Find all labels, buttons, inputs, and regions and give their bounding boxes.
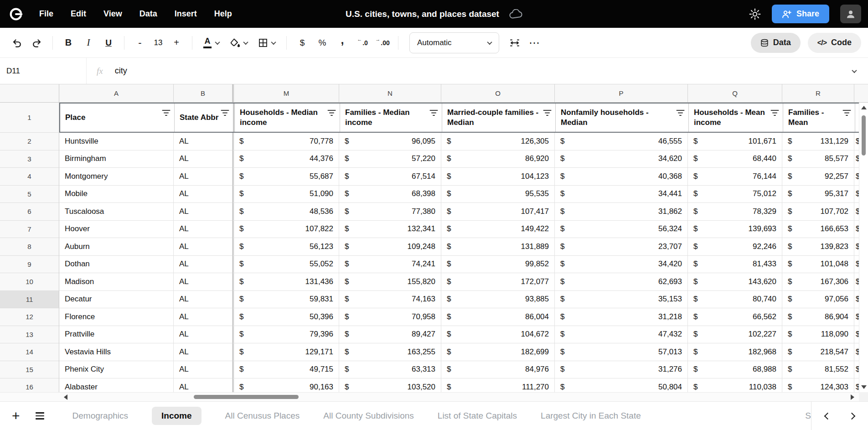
- cell-value[interactable]: $34,441: [555, 186, 688, 203]
- font-size-value[interactable]: 13: [150, 38, 166, 47]
- cell-place[interactable]: Vestavia Hills: [59, 343, 174, 361]
- bold-button[interactable]: B: [59, 34, 78, 52]
- menu-data[interactable]: Data: [140, 7, 157, 21]
- cell-reference-box[interactable]: D11: [0, 58, 87, 84]
- row-number-7[interactable]: 7: [0, 221, 59, 238]
- number-format-select[interactable]: Automatic: [409, 32, 499, 53]
- cell-value[interactable]: $77,380: [339, 203, 441, 221]
- cell-value[interactable]: $131,889: [441, 238, 555, 256]
- cell-value[interactable]: $63,313: [339, 361, 441, 379]
- cell-value[interactable]: $79,396: [232, 326, 339, 344]
- row-number-10[interactable]: 10: [0, 273, 59, 291]
- cell-value[interactable]: $55,687: [232, 168, 339, 186]
- filter-icon[interactable]: [770, 109, 779, 116]
- menu-view[interactable]: View: [103, 7, 122, 21]
- cell-value[interactable]: $31,862: [555, 203, 688, 221]
- scroll-down-arrow[interactable]: [861, 385, 867, 389]
- cell-value[interactable]: $76,144: [688, 168, 782, 186]
- row-number-5[interactable]: 5: [0, 186, 59, 203]
- cell-value[interactable]: $59,831: [232, 291, 339, 309]
- menu-help[interactable]: Help: [214, 7, 232, 21]
- font-size-increase-button[interactable]: +: [167, 34, 186, 52]
- cell-value[interactable]: $92,257: [782, 168, 854, 186]
- cell-value[interactable]: $70,778: [232, 133, 339, 150]
- appearance-icon[interactable]: [749, 8, 761, 20]
- sheet-tab-largest-city-in-each-state[interactable]: Largest City in Each State: [541, 411, 641, 421]
- font-size-decrease-button[interactable]: -: [131, 34, 149, 52]
- cell-value[interactable]: $101,671: [688, 133, 782, 150]
- menu-file[interactable]: File: [39, 7, 53, 21]
- row-number-2[interactable]: 2: [0, 133, 59, 150]
- horizontal-scrollbar-thumb[interactable]: [194, 395, 299, 399]
- cell-value[interactable]: $55,052: [232, 256, 339, 274]
- cell-state[interactable]: AL: [174, 291, 232, 309]
- header-cell[interactable]: Households - Mean income: [689, 104, 783, 132]
- cell-value[interactable]: $132,341: [339, 221, 441, 238]
- row-number-6[interactable]: 6: [0, 203, 59, 221]
- cell-value[interactable]: $75,012: [688, 186, 782, 203]
- cell-value[interactable]: $172,077: [441, 273, 555, 291]
- cell-value[interactable]: $74,241: [339, 256, 441, 274]
- column-letter-O[interactable]: O: [441, 84, 555, 102]
- cell-place[interactable]: Madison: [59, 273, 174, 291]
- column-letter-A[interactable]: A: [59, 84, 174, 102]
- text-color-button[interactable]: A: [199, 34, 224, 52]
- cell-value[interactable]: $62,693: [555, 273, 688, 291]
- header-cell[interactable]: Households - Median income: [233, 104, 340, 132]
- header-cell[interactable]: State Abbr: [175, 104, 233, 132]
- cell-place[interactable]: Tuscaloosa: [59, 203, 174, 221]
- cell-value[interactable]: $166,653: [782, 221, 854, 238]
- scroll-up-arrow[interactable]: [861, 106, 867, 109]
- cell-state[interactable]: AL: [174, 308, 232, 326]
- cell-value[interactable]: $167,306: [782, 273, 854, 291]
- cell-value[interactable]: $86,920: [441, 150, 555, 168]
- filter-icon[interactable]: [162, 109, 170, 116]
- cell-state[interactable]: AL: [174, 361, 232, 379]
- document-title[interactable]: U.S. cities, towns, and places dataset: [346, 9, 499, 19]
- cell-value[interactable]: $68,988: [688, 361, 782, 379]
- scroll-right-arrow[interactable]: [851, 394, 854, 400]
- cell-value[interactable]: $34,420: [555, 256, 688, 274]
- sheet-tab-list-of-state-capitals[interactable]: List of State Capitals: [438, 411, 517, 421]
- cell-value[interactable]: $68,440: [688, 150, 782, 168]
- menu-insert[interactable]: Insert: [175, 7, 197, 21]
- cell-value[interactable]: $99,852: [441, 256, 555, 274]
- cell-value[interactable]: $70,958: [339, 308, 441, 326]
- menu-edit[interactable]: Edit: [71, 7, 86, 21]
- header-cell[interactable]: Married-couple families - Median: [442, 104, 556, 132]
- cell-value[interactable]: $81,552: [782, 361, 854, 379]
- data-panel-button[interactable]: Data: [751, 33, 801, 53]
- cell-place[interactable]: Birmingham: [59, 150, 174, 168]
- cell-value[interactable]: $118,090: [782, 326, 854, 344]
- column-letter-M[interactable]: M: [232, 84, 339, 102]
- column-letter-B[interactable]: B: [174, 84, 232, 102]
- cell-value[interactable]: $46,555: [555, 133, 688, 150]
- cell-value[interactable]: $31,276: [555, 361, 688, 379]
- cell-value[interactable]: $104,672: [441, 326, 555, 344]
- cell-value[interactable]: $74,163: [339, 291, 441, 309]
- cell-value[interactable]: $34,620: [555, 150, 688, 168]
- cell-value[interactable]: $107,702: [782, 203, 854, 221]
- cell-state[interactable]: AL: [174, 273, 232, 291]
- cell-state[interactable]: AL: [174, 256, 232, 274]
- cell-state[interactable]: AL: [174, 150, 232, 168]
- next-sheet-icon[interactable]: [848, 412, 856, 420]
- cell-value[interactable]: $102,227: [688, 326, 782, 344]
- column-letter-Q[interactable]: Q: [688, 84, 782, 102]
- column-letter-R[interactable]: R: [782, 84, 854, 102]
- cell-value[interactable]: $23,707: [555, 238, 688, 256]
- account-button[interactable]: [840, 5, 861, 23]
- cell-value[interactable]: $92,246: [688, 238, 782, 256]
- add-sheet-button[interactable]: +: [12, 409, 20, 423]
- filter-icon[interactable]: [543, 109, 552, 116]
- cell-value[interactable]: $97,056: [782, 291, 854, 309]
- cell-state[interactable]: AL: [174, 186, 232, 203]
- cell-value[interactable]: $56,324: [555, 221, 688, 238]
- row-number-8[interactable]: 8: [0, 238, 59, 256]
- cell-value[interactable]: $139,693: [688, 221, 782, 238]
- share-button[interactable]: Share: [772, 5, 829, 23]
- cell-place[interactable]: Phenix City: [59, 361, 174, 379]
- cell-state[interactable]: AL: [174, 238, 232, 256]
- row-number-11[interactable]: 11: [0, 291, 59, 309]
- cell-value[interactable]: $56,123: [232, 238, 339, 256]
